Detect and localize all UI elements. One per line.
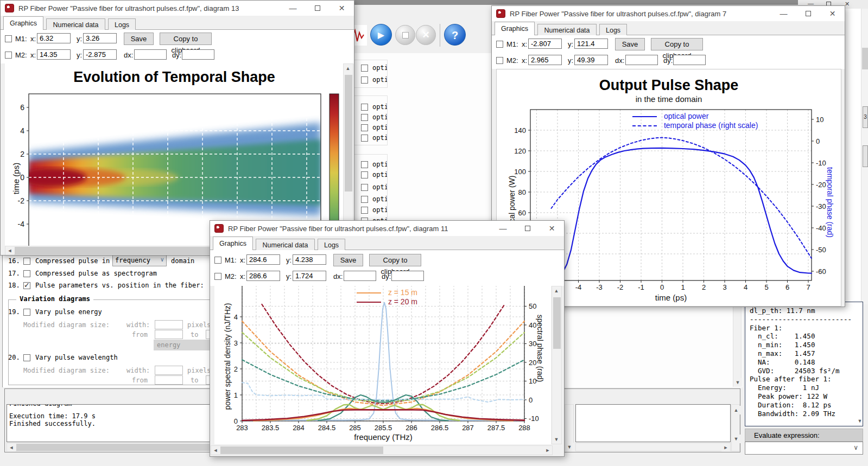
m2-x-input[interactable] [528,55,562,65]
close-icon[interactable]: ✕ [845,1,850,8]
maximize-icon[interactable] [796,6,820,21]
maximize-icon[interactable] [515,221,540,236]
scrollbar-thumb[interactable] [862,48,868,69]
scroll-down-icon[interactable]: ▼ [856,417,864,425]
checkbox[interactable] [361,171,368,178]
tab-numerical-data[interactable]: Numerical data [537,24,596,36]
m2-y-input[interactable] [83,49,117,60]
save-button[interactable]: Save [124,33,154,45]
dx-input[interactable] [134,49,167,60]
script-panel-scrollbar[interactable]: ▼ [733,307,742,387]
energy-dropdown[interactable]: energy [154,340,214,350]
m1-y-input[interactable] [83,33,117,43]
dx-input[interactable] [344,271,376,281]
close-icon[interactable]: ✕ [820,6,845,21]
row19-checkbox[interactable] [23,309,30,316]
titlebar[interactable]: RP Fiber Power "Passive fiber for ultras… [1,1,354,16]
output2-vscrollbar[interactable]: ▲ ▼ [731,404,740,451]
width-input[interactable] [155,366,183,375]
dx-input[interactable] [625,55,658,65]
log-vscrollbar[interactable]: ▼ [565,404,574,451]
maximize-icon[interactable] [305,1,330,16]
width-input[interactable] [155,320,183,329]
m2-x-input[interactable] [246,271,280,281]
close-icon[interactable]: ✕ [540,221,564,236]
checkbox[interactable] [361,124,368,131]
tab-logs[interactable]: Logs [599,24,627,36]
scroll-down-icon[interactable]: ▼ [565,443,574,451]
checkbox[interactable] [361,65,368,72]
scroll-down-icon[interactable]: ▼ [732,435,740,443]
checkbox[interactable] [361,114,368,121]
dy-input[interactable] [673,55,706,65]
checkbox[interactable] [361,184,368,191]
m1-y-input[interactable] [574,39,608,49]
scroll-down-icon[interactable]: ▼ [552,435,561,444]
m1-y-input[interactable] [293,254,326,265]
titlebar[interactable]: RP Fiber Power "Passive fiber for ultras… [210,221,564,236]
row18-checkbox[interactable] [23,282,30,289]
scroll-down-icon[interactable]: ▼ [733,378,742,387]
m2-checkbox[interactable] [5,52,12,59]
scroll-left-icon[interactable]: ◄ [211,446,220,455]
scroll-up-icon[interactable]: ▲ [344,64,352,73]
tab-numerical-data[interactable]: Numerical data [46,18,105,30]
save-button[interactable]: Save [615,38,645,50]
checkbox[interactable] [361,207,368,214]
save-button[interactable]: Save [333,254,363,266]
tab-logs[interactable]: Logs [108,18,136,30]
row17-checkbox[interactable] [23,270,30,277]
help-button[interactable]: ? [444,24,466,46]
copy-to-clipboard-button[interactable]: Copy to clipboard [651,38,703,50]
checkbox[interactable] [361,76,368,84]
dy-input[interactable] [182,49,214,60]
chart-hscrollbar[interactable]: ◄ ► [211,445,553,455]
run-button[interactable]: ▶ [370,24,392,46]
m2-y-input[interactable] [293,271,326,281]
m1-checkbox[interactable] [5,35,12,42]
tab-logs[interactable]: Logs [318,239,345,251]
m1-x-input[interactable] [37,33,71,43]
minimize-icon[interactable]: — [281,1,305,16]
row16-domain-dropdown[interactable]: frequency∨ [112,255,167,266]
abort-icon[interactable]: ✕ [416,25,436,45]
row20-checkbox[interactable] [23,354,30,361]
scroll-up-icon[interactable]: ▲ [552,286,561,295]
chart-vscrollbar[interactable]: ▲ [343,63,353,246]
m1-x-input[interactable] [246,254,280,265]
minimize-icon[interactable]: — [771,6,796,21]
tab-graphics[interactable]: Graphics [213,237,253,251]
output2-hscrollbar[interactable]: ► [575,443,731,451]
checkbox[interactable] [361,104,368,111]
tab-graphics[interactable]: Graphics [3,16,43,30]
tab-numerical-data[interactable]: Numerical data [256,239,314,251]
m2-checkbox[interactable] [214,273,221,280]
scroll-right-icon[interactable]: ► [721,443,730,452]
scroll-right-icon[interactable]: ► [543,446,552,455]
copy-to-clipboard-button[interactable]: Copy to clipboard [160,33,212,45]
checkbox[interactable] [361,135,368,142]
scroll-up-icon[interactable]: ▲ [732,406,740,414]
checkbox[interactable] [361,161,368,168]
scrollbar-thumb[interactable] [553,297,561,349]
m1-x-input[interactable] [528,39,562,49]
chart-vscrollbar[interactable]: ▲ ▼ [552,286,562,444]
evaluate-expression-combo[interactable]: ∨ [745,442,863,455]
titlebar[interactable]: RP Fiber Power "Passive fiber for ultras… [492,6,845,21]
tab-graphics[interactable]: Graphics [495,22,535,36]
from-input[interactable] [155,375,183,385]
copy-to-clipboard-button[interactable]: Copy to clipboard [369,254,421,266]
m2-x-input[interactable] [37,49,71,60]
dy-input[interactable] [391,271,424,281]
m2-checkbox[interactable] [496,57,503,64]
close-icon[interactable]: ✕ [330,1,354,16]
minimize-icon[interactable]: — [491,221,515,236]
m1-checkbox[interactable] [214,257,221,264]
scroll-left-icon[interactable]: ◄ [5,246,14,255]
m2-y-input[interactable] [574,55,608,65]
scrollbar-thumb[interactable] [345,75,352,191]
stop-button[interactable] [395,25,415,45]
m1-checkbox[interactable] [496,41,503,48]
scrollbar-thumb[interactable] [220,446,383,454]
row16-checkbox[interactable] [23,258,30,265]
